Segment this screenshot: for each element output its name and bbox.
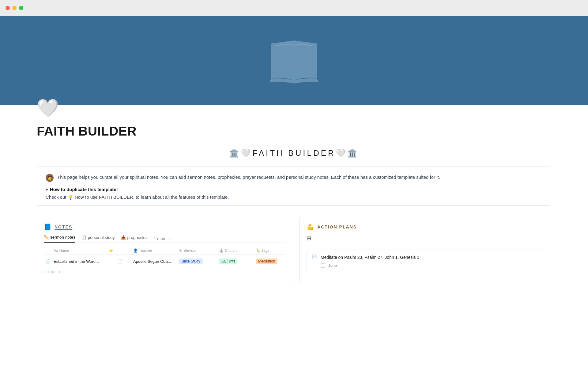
close-button[interactable] xyxy=(6,6,10,10)
notes-icon: 📘 xyxy=(44,223,51,231)
notes-title[interactable]: NOTES xyxy=(55,224,72,229)
checkbox[interactable] xyxy=(118,259,122,263)
sermon-notes-tab-label: sermon notes xyxy=(50,235,75,240)
row-doc-icon: 📄 xyxy=(44,259,52,264)
avatar: 🧑 xyxy=(46,174,54,182)
row-church: GLT Int'l xyxy=(218,258,254,265)
action-done-row: Done xyxy=(321,263,419,268)
th-star: ⭐ xyxy=(107,248,132,253)
table-row[interactable]: 📄 Established in the Word... Apostle Seg… xyxy=(44,256,285,266)
notes-section-header: 📘 NOTES xyxy=(44,223,285,231)
sermon-notes-tab-icon: ✏️ xyxy=(44,235,49,240)
church-badge: GLT Int'l xyxy=(219,259,237,264)
check-out-text: Check out 💡 How to use FAITH BUILDER. to… xyxy=(46,194,542,200)
toggle-label: How to duplicate this template! xyxy=(50,187,118,192)
done-checkbox[interactable] xyxy=(321,263,325,268)
row-tags: Meditation xyxy=(254,258,285,265)
more-tabs[interactable]: 1 more... xyxy=(154,236,170,241)
book-icon xyxy=(263,30,325,91)
th-tags: 🏷️ Tags xyxy=(254,248,285,253)
fullscreen-button[interactable] xyxy=(19,6,23,10)
tab-prophecies[interactable]: 📥 prophecies xyxy=(121,235,148,242)
tab-personal-study[interactable]: 📑 personal study xyxy=(81,235,115,242)
info-box: 🧑 This page helps you curate all your sp… xyxy=(37,167,551,206)
tab-sermon-notes[interactable]: ✏️ sermon notes xyxy=(44,235,75,243)
row-star-checkbox[interactable] xyxy=(107,259,132,264)
personal-study-tab-label: personal study xyxy=(88,235,115,240)
action-item[interactable]: 📄 Meditate on Psalm 23, Psalm 27, John 1… xyxy=(307,250,544,272)
action-section-header: 💪 ACTION PLANS xyxy=(307,223,544,231)
th-teacher: 👤 Teacher xyxy=(132,248,178,253)
row-teacher: Apostle Segun Oba... xyxy=(132,259,178,264)
minimize-button[interactable] xyxy=(12,6,17,10)
th-name: Aa Name xyxy=(52,248,107,253)
toggle-arrow-icon: ▶ xyxy=(46,187,48,191)
service-badge: Bible Study xyxy=(179,259,203,264)
tab-row: ✏️ sermon notes 📑 personal study 📥 proph… xyxy=(44,235,285,243)
page-title: FAITH BUILDER xyxy=(37,124,588,139)
prophecies-tab-label: prophecies xyxy=(127,235,148,240)
personal-study-tab-icon: 📑 xyxy=(81,235,86,240)
row-name: Established in the Word... xyxy=(52,259,107,264)
notes-card: 📘 NOTES ✏️ sermon notes 📑 personal study… xyxy=(37,217,292,283)
count-row: COUNT 1 xyxy=(44,270,285,274)
hero-banner xyxy=(0,16,588,105)
grid-view-icon[interactable]: ⊞ xyxy=(307,235,311,242)
action-item-content: Meditate on Psalm 23, Psalm 27, John 1, … xyxy=(321,254,419,268)
page-icon: 🤍 xyxy=(37,98,588,118)
done-label: Done xyxy=(327,263,337,268)
two-col-section: 📘 NOTES ✏️ sermon notes 📑 personal study… xyxy=(37,217,551,283)
page-wrapper: 🤍 FAITH BUILDER 🏛️🤍FAITH BUILDER🤍🏛️ 🧑 Th… xyxy=(0,16,588,368)
th-church: ⛪ Church xyxy=(218,248,254,253)
th-service: ⊙ Service xyxy=(178,248,218,253)
row-service: Bible Study xyxy=(178,258,218,265)
action-plans-card: 💪 ACTION PLANS ⊞ 📄 Meditate on Psalm 23,… xyxy=(300,217,551,283)
info-description: This page helps you curate all your spir… xyxy=(57,174,440,181)
action-title[interactable]: ACTION PLANS xyxy=(317,224,357,229)
grid-view-row[interactable]: ⊞ xyxy=(307,235,311,245)
action-doc-icon: 📄 xyxy=(312,254,317,259)
action-icon: 💪 xyxy=(307,223,314,231)
window-chrome xyxy=(0,0,588,16)
prophecies-tab-icon: 📥 xyxy=(121,235,126,240)
svg-rect-0 xyxy=(293,47,295,80)
subtitle-bar: 🏛️🤍FAITH BUILDER🤍🏛️ xyxy=(0,148,588,158)
action-item-text: Meditate on Psalm 23, Psalm 27, John 1, … xyxy=(321,254,419,261)
tags-badge: Meditation xyxy=(256,259,277,264)
toggle-row[interactable]: ▶ How to duplicate this template! xyxy=(46,187,542,192)
th-doc xyxy=(44,248,52,253)
table-header: Aa Name ⭐ 👤 Teacher ⊙ Service ⛪ Church xyxy=(44,247,285,255)
